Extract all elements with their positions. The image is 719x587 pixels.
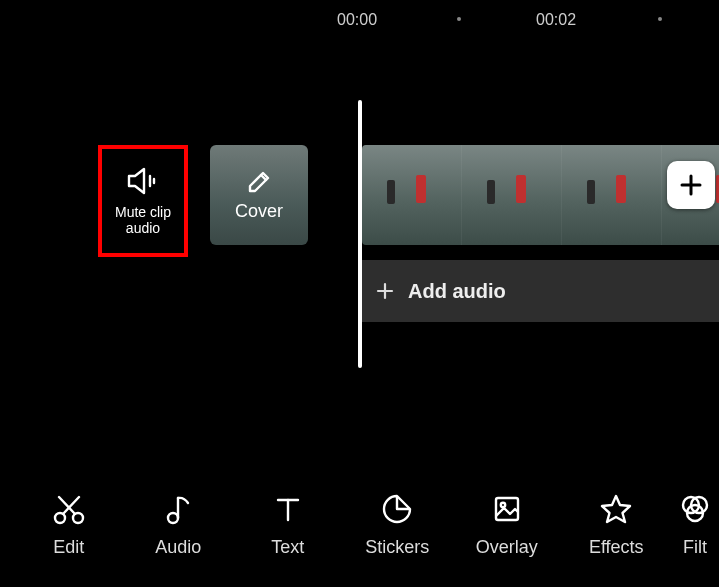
text-icon [270, 491, 306, 527]
svg-point-16 [501, 502, 505, 506]
svg-point-11 [168, 513, 178, 523]
ruler-tick-0: 00:00 [337, 11, 377, 29]
ruler-dot [457, 17, 461, 21]
scissors-icon [51, 491, 87, 527]
tool-edit[interactable]: Edit [14, 491, 124, 558]
filters-icon [677, 491, 713, 527]
tool-label: Audio [155, 537, 201, 558]
mute-clip-audio-button[interactable]: Mute clip audio [98, 145, 188, 257]
tool-label: Overlay [476, 537, 538, 558]
tool-label: Edit [53, 537, 84, 558]
star-icon [598, 491, 634, 527]
video-clip-strip[interactable] [362, 145, 719, 245]
tool-label: Effects [589, 537, 644, 558]
overlay-icon [489, 491, 525, 527]
tool-label: Stickers [365, 537, 429, 558]
speaker-icon [126, 166, 160, 196]
plus-icon [376, 282, 394, 300]
timeline-ruler[interactable]: 00:00 00:02 [0, 0, 719, 40]
tool-overlay[interactable]: Overlay [452, 491, 562, 558]
tool-text[interactable]: Text [233, 491, 343, 558]
tool-stickers[interactable]: Stickers [343, 491, 453, 558]
plus-icon [677, 171, 705, 199]
add-audio-label: Add audio [408, 280, 506, 303]
cover-label: Cover [235, 201, 283, 222]
pencil-icon [246, 169, 272, 195]
add-audio-track[interactable]: Add audio [362, 260, 719, 322]
ruler-dot [658, 17, 662, 21]
playhead[interactable] [358, 100, 362, 368]
tool-effects[interactable]: Effects [562, 491, 672, 558]
tool-label: Text [271, 537, 304, 558]
sticker-icon [379, 491, 415, 527]
tool-audio[interactable]: Audio [124, 491, 234, 558]
music-note-icon [160, 491, 196, 527]
clip-frame[interactable] [462, 145, 562, 245]
ruler-tick-1: 00:02 [536, 11, 576, 29]
mute-clip-audio-label: Mute clip audio [115, 204, 171, 236]
bottom-toolbar: Edit Audio Text Stickers [0, 479, 719, 569]
tool-label: Filt [683, 537, 707, 558]
add-clip-button[interactable] [667, 161, 715, 209]
clip-frame[interactable] [362, 145, 462, 245]
clip-frame[interactable] [562, 145, 662, 245]
cover-button[interactable]: Cover [210, 145, 308, 245]
tool-filters[interactable]: Filt [671, 491, 719, 558]
